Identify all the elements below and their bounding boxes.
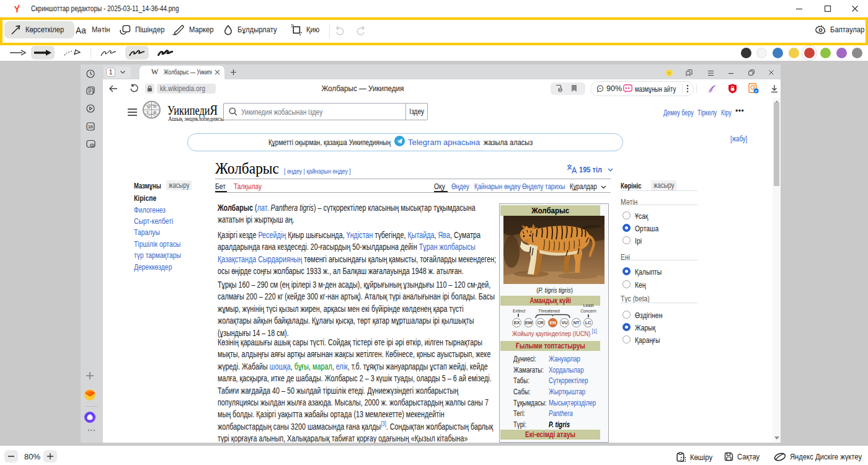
svg-text:Ф: Ф (153, 110, 156, 114)
svg-text:1: 1 (559, 87, 562, 92)
svg-text:V: V (146, 110, 149, 114)
svg-text:W: W (147, 105, 151, 109)
svg-text:10: 10 (88, 125, 93, 129)
svg-text:И: И (154, 105, 157, 108)
